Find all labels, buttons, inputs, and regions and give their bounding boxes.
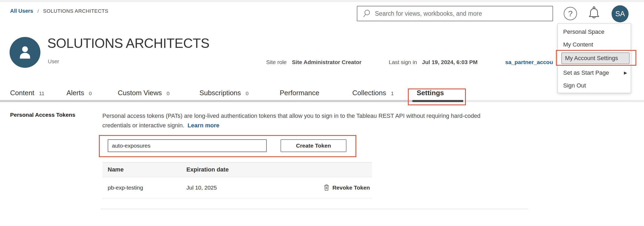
tab-track: [0, 100, 412, 102]
menu-item-sign-out[interactable]: Sign Out: [563, 82, 586, 89]
tab-track-right: [463, 100, 644, 102]
submenu-arrow-icon: ▶: [624, 70, 627, 75]
user-type-label: User: [48, 58, 59, 65]
token-expiration-cell: Jul 10, 2025: [186, 185, 323, 191]
breadcrumb: All Users / SOLUTIONS ARCHITECTS: [10, 8, 108, 14]
tab-subscriptions[interactable]: Subscriptions 0: [199, 89, 249, 97]
menu-item-my-content[interactable]: My Content: [563, 41, 593, 48]
help-icon: ?: [568, 9, 573, 18]
token-name-input[interactable]: [108, 139, 267, 152]
bell-icon: [587, 5, 601, 22]
tab-alerts[interactable]: Alerts 0: [66, 89, 92, 97]
account-avatar-button[interactable]: SA: [612, 5, 629, 22]
create-token-button[interactable]: Create Token: [281, 139, 346, 152]
tab-count: 0: [246, 91, 249, 97]
site-role-value: Site Administrator Creator: [292, 59, 362, 65]
tab-label: Alerts: [66, 89, 84, 97]
tab-label: Content: [10, 89, 34, 97]
pat-description-line1: Personal access tokens (PATs) are long-l…: [102, 111, 480, 121]
breadcrumb-separator: /: [37, 8, 39, 14]
tab-label: Subscriptions: [199, 89, 241, 97]
tab-active-indicator: [412, 100, 463, 102]
top-border-bar: [0, 0, 644, 2]
breadcrumb-all-users-link[interactable]: All Users: [10, 8, 33, 14]
tab-performance[interactable]: Performance: [280, 89, 319, 97]
avatar-initials: SA: [615, 10, 625, 18]
account-dropdown-menu: Personal Space My Content My Account Set…: [558, 23, 631, 93]
column-header-name: Name: [102, 166, 186, 173]
column-header-expiration: Expiration date: [186, 166, 372, 173]
tab-label: Custom Views: [118, 89, 162, 97]
token-table-header: Name Expiration date: [102, 162, 372, 177]
tab-label: Performance: [280, 89, 319, 97]
help-button[interactable]: ?: [564, 7, 577, 20]
trash-icon: [323, 184, 330, 191]
pat-description: Personal access tokens (PATs) are long-l…: [102, 111, 480, 130]
page: All Users / SOLUTIONS ARCHITECTS ? SA SO…: [0, 0, 644, 226]
section-label-personal-access-tokens: Personal Access Tokens: [10, 112, 75, 118]
breadcrumb-current: SOLUTIONS ARCHITECTS: [43, 8, 108, 14]
tab-count: 1: [391, 91, 394, 97]
revoke-token-label: Revoke Token: [332, 185, 370, 191]
search-icon: [362, 9, 371, 18]
menu-item-my-account-settings[interactable]: My Account Settings: [561, 52, 630, 64]
learn-more-link[interactable]: Learn more: [187, 122, 219, 129]
search-input[interactable]: [375, 6, 553, 21]
section-divider: [101, 209, 528, 209]
username-link[interactable]: sa_partner_accou: [505, 59, 553, 65]
menu-item-set-as-start-page[interactable]: Set as Start Page ▶: [563, 69, 627, 76]
revoke-token-button[interactable]: Revoke Token: [323, 184, 370, 191]
tab-count: 0: [167, 91, 170, 97]
tab-custom-views[interactable]: Custom Views 0: [118, 89, 169, 97]
tab-content[interactable]: Content 11: [10, 89, 44, 97]
tab-label: Collections: [352, 89, 386, 97]
last-sign-in-value: Jul 19, 2024, 6:03 PM: [422, 59, 478, 65]
notifications-button[interactable]: [587, 5, 601, 22]
tab-label: Settings: [417, 89, 444, 97]
pat-description-line2: credentials or interactive signin.Learn …: [102, 121, 480, 130]
token-name-cell: pb-exp-testing: [102, 185, 186, 191]
last-sign-in-label: Last sign in: [389, 59, 417, 65]
tab-count: 0: [89, 91, 92, 97]
user-profile-avatar: [10, 37, 40, 68]
person-icon: [15, 43, 35, 62]
tab-count: 11: [39, 91, 44, 97]
token-table: Name Expiration date pb-exp-testing Jul …: [102, 162, 372, 198]
table-row: pb-exp-testing Jul 10, 2025 Revoke Token: [102, 177, 372, 198]
pat-description-line2-text: credentials or interactive signin.: [102, 122, 184, 129]
search-box[interactable]: [357, 6, 553, 21]
menu-item-label: Set as Start Page: [563, 69, 609, 76]
menu-item-personal-space[interactable]: Personal Space: [563, 28, 604, 35]
tab-settings[interactable]: Settings: [417, 89, 444, 97]
tab-collections[interactable]: Collections 1: [352, 89, 394, 97]
site-role-label: Site role: [266, 59, 287, 65]
page-title: SOLUTIONS ARCHITECTS: [47, 36, 210, 51]
